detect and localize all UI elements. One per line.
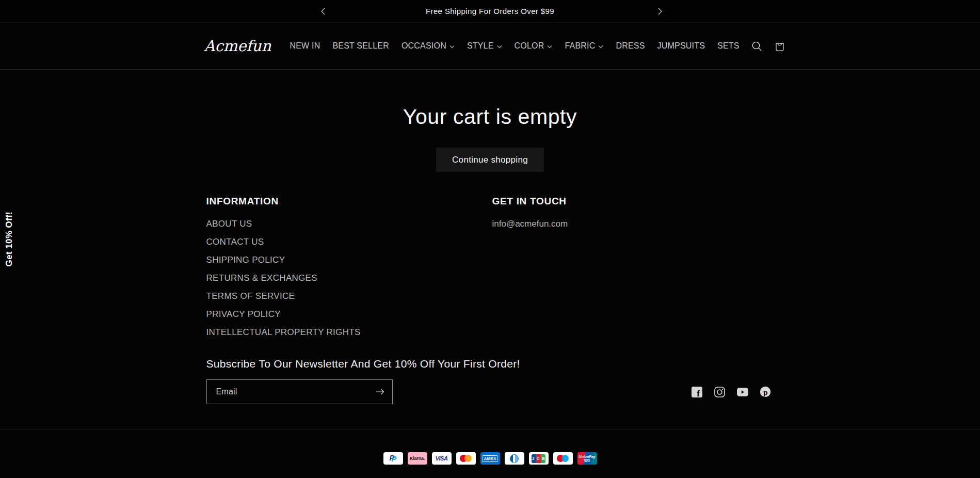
chevron-down-icon <box>547 45 552 49</box>
footer-link-privacy-policy[interactable]: PRIVACY POLICY <box>206 305 281 323</box>
newsletter-section: Subscribe To Our Newsletter And Get 10% … <box>206 358 774 404</box>
nav-item-new-in[interactable]: NEW IN <box>283 36 326 56</box>
chevron-down-icon <box>497 45 502 49</box>
footer-link-shipping-policy[interactable]: SHIPPING POLICY <box>206 251 285 269</box>
nav-item-label: NEW IN <box>290 41 320 51</box>
chevron-right-icon <box>658 8 663 15</box>
promo-tab[interactable]: Get 10% Off! <box>4 212 14 267</box>
payment-badge-unionpay: UnionPay 银联 <box>577 452 597 465</box>
nav-item-occasion[interactable]: OCCASION <box>395 36 461 56</box>
payment-badge-paypal: P P <box>383 452 403 465</box>
nav-item-label: BEST SELLER <box>332 41 389 51</box>
email-input[interactable] <box>207 380 368 404</box>
svg-text:f: f <box>697 389 700 397</box>
footer-link-terms-of-service[interactable]: TERMS OF SERVICE <box>206 287 295 305</box>
cart-button[interactable] <box>768 35 791 57</box>
nav-item-jumpsuits[interactable]: JUMPSUITS <box>651 36 711 56</box>
arrow-right-icon <box>376 388 384 395</box>
nav-item-style[interactable]: STYLE <box>461 36 508 56</box>
contact-email: info@acmefun.com <box>492 215 774 233</box>
search-button[interactable] <box>746 35 768 57</box>
footer-divider <box>0 429 980 429</box>
social-links: f p <box>692 386 771 397</box>
pinterest-link[interactable]: p <box>760 386 771 397</box>
footer: INFORMATION ABOUT US CONTACT US SHIPPING… <box>0 193 980 465</box>
payment-badge-maestro <box>553 452 573 465</box>
nav-item-label: FABRIC <box>565 41 595 51</box>
facebook-link[interactable]: f <box>692 386 703 397</box>
facebook-icon: f <box>692 387 702 397</box>
instagram-link[interactable] <box>714 386 726 397</box>
payment-methods: P P Klarna. VISA AMEX JCB UnionPay 银联 <box>0 452 980 465</box>
payment-badge-visa: VISA <box>432 452 452 465</box>
payment-badge-diners <box>505 452 524 465</box>
instagram-icon <box>714 387 725 397</box>
footer-link-returns-exchanges[interactable]: RETURNS & EXCHANGES <box>206 269 317 287</box>
newsletter-heading: Subscribe To Our Newsletter And Get 10% … <box>206 358 774 370</box>
svg-text:p: p <box>763 388 767 396</box>
footer-get-in-touch-column: GET IN TOUCH info@acmefun.com <box>492 196 774 341</box>
payment-badge-mastercard <box>456 452 476 465</box>
newsletter-form <box>206 379 393 404</box>
nav-item-fabric[interactable]: FABRIC <box>558 36 609 56</box>
chevron-down-icon <box>449 45 455 49</box>
footer-link-intellectual-property[interactable]: INTELLECTUAL PROPERTY RIGHTS <box>206 323 361 341</box>
footer-links-list: ABOUT US CONTACT US SHIPPING POLICY RETU… <box>206 215 492 341</box>
nav-item-label: OCCASION <box>401 41 446 51</box>
nav-item-sets[interactable]: SETS <box>711 36 746 56</box>
nav-item-label: DRESS <box>616 41 645 51</box>
search-icon <box>751 41 762 52</box>
empty-cart-section: Your cart is empty Continue shopping <box>0 70 980 193</box>
chevron-left-icon <box>320 8 325 15</box>
nav-item-dress[interactable]: DRESS <box>609 36 651 56</box>
footer-link-contact-us[interactable]: CONTACT US <box>206 233 264 251</box>
payment-badge-amex: AMEX <box>480 452 500 465</box>
announcement-bar: Free Shipping For Orders Over $99 <box>0 0 980 23</box>
main-nav: NEW IN BEST SELLER OCCASION STYLE COLOR … <box>283 36 745 56</box>
announcement-prev-button[interactable] <box>311 0 334 23</box>
nav-item-best-seller[interactable]: BEST SELLER <box>326 36 395 56</box>
footer-column-title: GET IN TOUCH <box>492 196 774 207</box>
continue-shopping-button[interactable]: Continue shopping <box>436 148 544 172</box>
footer-information-column: INFORMATION ABOUT US CONTACT US SHIPPING… <box>206 196 492 341</box>
nav-item-color[interactable]: COLOR <box>508 36 559 56</box>
payment-badge-klarna: Klarna. <box>408 452 427 465</box>
footer-link-about-us[interactable]: ABOUT US <box>206 215 252 233</box>
empty-cart-heading: Your cart is empty <box>0 104 980 130</box>
announcement-next-button[interactable] <box>649 0 671 23</box>
nav-item-label: STYLE <box>467 41 494 51</box>
chevron-down-icon <box>598 45 603 49</box>
nav-item-label: SETS <box>717 41 740 51</box>
footer-column-title: INFORMATION <box>206 196 492 207</box>
site-header: Acmefun NEW IN BEST SELLER OCCASION STYL… <box>0 23 980 70</box>
store-logo[interactable]: Acmefun <box>204 37 271 55</box>
cart-icon <box>774 40 785 52</box>
youtube-link[interactable] <box>737 386 748 397</box>
youtube-icon <box>737 388 748 396</box>
nav-item-label: COLOR <box>515 41 544 51</box>
pinterest-icon: p <box>760 386 771 397</box>
nav-item-label: JUMPSUITS <box>657 41 705 51</box>
newsletter-submit-button[interactable] <box>368 380 392 404</box>
payment-badge-jcb: JCB <box>529 452 549 465</box>
announcement-text: Free Shipping For Orders Over $99 <box>426 7 554 15</box>
